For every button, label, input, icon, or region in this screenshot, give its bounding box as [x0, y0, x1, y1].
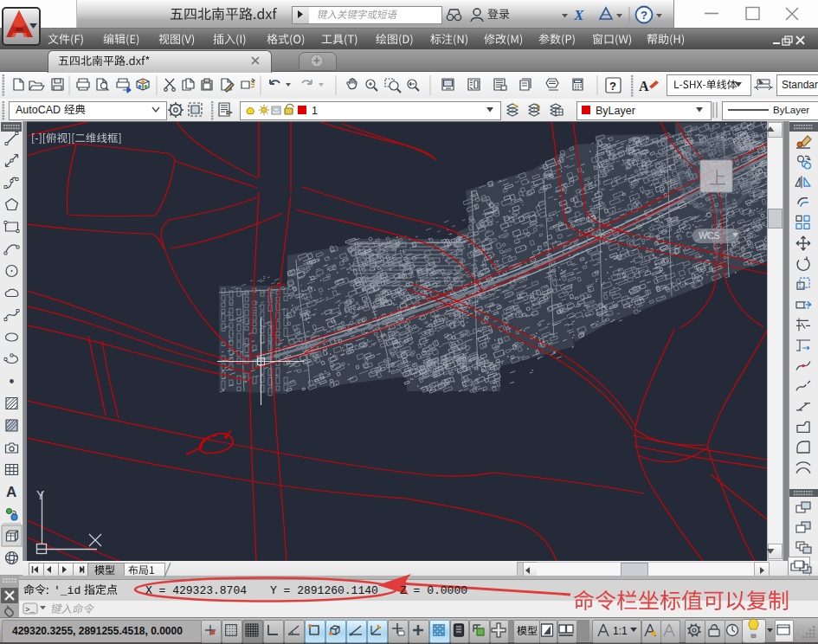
svg-text:429320.3255, 2891255.4518, 0.: 429320.3255, 2891255.4518, 0.0000 — [12, 625, 183, 637]
svg-text:A: A — [6, 484, 16, 500]
svg-text:'_id: '_id — [54, 584, 81, 597]
svg-text:WCS: WCS — [699, 230, 720, 241]
svg-text:?: ? — [641, 9, 647, 22]
svg-text:A: A — [639, 79, 649, 93]
svg-text:1: 1 — [312, 105, 318, 117]
svg-text:?: ? — [609, 80, 616, 93]
svg-text:X: X — [573, 7, 584, 23]
svg-text:1:1: 1:1 — [613, 625, 628, 637]
svg-text:X = 429323.8704: X = 429323.8704 — [145, 584, 247, 597]
svg-text:Z = 0.0000: Z = 0.0000 — [400, 584, 467, 597]
svg-text:Y = 2891260.1140: Y = 2891260.1140 — [270, 584, 378, 597]
svg-text:ByLayer: ByLayer — [596, 105, 635, 117]
svg-text:Standard: Standard — [782, 79, 818, 91]
svg-text:>_: >_ — [25, 606, 35, 615]
svg-text:AutoCAD: AutoCAD — [16, 104, 61, 116]
svg-text:ByLayer: ByLayer — [773, 105, 809, 115]
svg-text:Y: Y — [36, 488, 45, 502]
